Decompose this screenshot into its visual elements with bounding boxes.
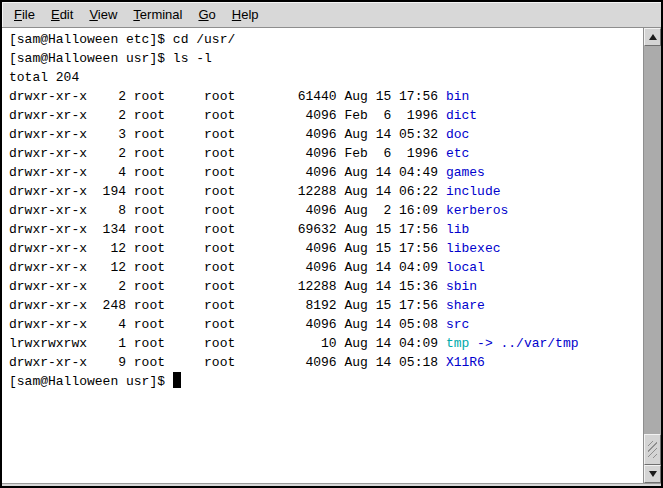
terminal-window: FileEditViewTerminalGoHelp [sam@Hallowee… — [0, 0, 663, 488]
menu-mnemonic: F — [14, 7, 22, 22]
menu-item-view[interactable]: View — [81, 4, 125, 25]
directory-name-text: lib — [446, 222, 469, 237]
terminal-text: drwxr-xr-x 2 root root 12288 Aug 14 15:3… — [9, 279, 446, 294]
directory-name-text: kerberos — [446, 203, 508, 218]
menu-item-go[interactable]: Go — [190, 4, 223, 25]
menu-item-file[interactable]: File — [6, 4, 43, 25]
terminal-line: drwxr-xr-x 12 root root 4096 Aug 14 04:0… — [9, 258, 643, 277]
terminal-text: [sam@Halloween etc]$ cd /usr/ — [9, 32, 235, 47]
terminal-text: drwxr-xr-x 2 root root 4096 Feb 6 1996 — [9, 146, 446, 161]
terminal-line: drwxr-xr-x 2 root root 4096 Feb 6 1996 d… — [9, 106, 643, 125]
terminal-line: drwxr-xr-x 3 root root 4096 Aug 14 05:32… — [9, 125, 643, 144]
terminal-line: drwxr-xr-x 134 root root 69632 Aug 15 17… — [9, 220, 643, 239]
terminal-line: drwxr-xr-x 194 root root 12288 Aug 14 06… — [9, 182, 643, 201]
directory-name-text: local — [446, 260, 485, 275]
window-bottom-edge — [2, 483, 661, 486]
directory-name-text: etc — [446, 146, 469, 161]
terminal-line: drwxr-xr-x 4 root root 4096 Aug 14 05:08… — [9, 315, 643, 334]
directory-name-text: games — [446, 165, 485, 180]
menu-item-edit[interactable]: Edit — [43, 4, 81, 25]
directory-name-text: libexec — [446, 241, 501, 256]
directory-name-text: include — [446, 184, 501, 199]
terminal-line: drwxr-xr-x 2 root root 12288 Aug 14 15:3… — [9, 277, 643, 296]
terminal-text: [sam@Halloween usr]$ — [9, 374, 173, 389]
directory-name-text: bin — [446, 89, 469, 104]
menu-mnemonic: E — [51, 7, 60, 22]
terminal-text: drwxr-xr-x 9 root root 4096 Aug 14 05:18 — [9, 355, 446, 370]
terminal-line: [sam@Halloween etc]$ cd /usr/ — [9, 30, 643, 49]
terminal-text: drwxr-xr-x 134 root root 69632 Aug 15 17… — [9, 222, 446, 237]
scrollbar[interactable] — [643, 28, 661, 483]
terminal-cursor — [173, 372, 181, 388]
menu-mnemonic: H — [232, 7, 241, 22]
menu-mnemonic: V — [89, 7, 97, 22]
terminal-text: drwxr-xr-x 12 root root 4096 Aug 14 04:0… — [9, 260, 446, 275]
thumb-grip-icon — [648, 441, 657, 458]
terminal-text: lrwxrwxrwx 1 root root 10 Aug 14 04:09 — [9, 336, 446, 351]
scroll-up-icon — [649, 34, 657, 40]
terminal-line: drwxr-xr-x 248 root root 8192 Aug 15 17:… — [9, 296, 643, 315]
menu-mnemonic: T — [133, 7, 140, 22]
directory-name-text: doc — [446, 127, 469, 142]
terminal-line: [sam@Halloween usr]$ — [9, 372, 643, 391]
terminal-line: drwxr-xr-x 4 root root 4096 Aug 14 04:49… — [9, 163, 643, 182]
terminal-text: drwxr-xr-x 4 root root 4096 Aug 14 05:08 — [9, 317, 446, 332]
terminal-line: lrwxrwxrwx 1 root root 10 Aug 14 04:09 t… — [9, 334, 643, 353]
scrollbar-thumb[interactable] — [644, 434, 661, 465]
directory-name-text: -> ../var/tmp — [469, 336, 578, 351]
terminal-output[interactable]: [sam@Halloween etc]$ cd /usr/[sam@Hallow… — [2, 28, 643, 483]
terminal-line: drwxr-xr-x 2 root root 61440 Aug 15 17:5… — [9, 87, 643, 106]
directory-name-text: src — [446, 317, 469, 332]
scroll-down-icon — [649, 471, 657, 477]
directory-name-text: dict — [446, 108, 477, 123]
terminal-text: drwxr-xr-x 2 root root 4096 Feb 6 1996 — [9, 108, 446, 123]
menu-mnemonic: G — [198, 7, 208, 22]
scroll-down-button[interactable] — [644, 465, 661, 483]
terminal-line: drwxr-xr-x 12 root root 4096 Aug 15 17:5… — [9, 239, 643, 258]
terminal-text: drwxr-xr-x 3 root root 4096 Aug 14 05:32 — [9, 127, 446, 142]
terminal-text: drwxr-xr-x 12 root root 4096 Aug 15 17:5… — [9, 241, 446, 256]
terminal-text: [sam@Halloween usr]$ ls -l — [9, 51, 212, 66]
terminal-text: drwxr-xr-x 2 root root 61440 Aug 15 17:5… — [9, 89, 446, 104]
menu-item-help[interactable]: Help — [224, 4, 267, 25]
terminal-line: total 204 — [9, 68, 643, 87]
scrollbar-track[interactable] — [644, 46, 661, 465]
terminal-text: total 204 — [9, 70, 79, 85]
terminal-text: drwxr-xr-x 194 root root 12288 Aug 14 06… — [9, 184, 446, 199]
scroll-up-button[interactable] — [644, 28, 661, 46]
terminal-text: drwxr-xr-x 8 root root 4096 Aug 2 16:09 — [9, 203, 446, 218]
terminal-text: drwxr-xr-x 248 root root 8192 Aug 15 17:… — [9, 298, 446, 313]
terminal-line: [sam@Halloween usr]$ ls -l — [9, 49, 643, 68]
terminal-line: drwxr-xr-x 8 root root 4096 Aug 2 16:09 … — [9, 201, 643, 220]
window-content: [sam@Halloween etc]$ cd /usr/[sam@Hallow… — [2, 28, 661, 483]
directory-name-text: X11R6 — [446, 355, 485, 370]
terminal-line: drwxr-xr-x 2 root root 4096 Feb 6 1996 e… — [9, 144, 643, 163]
terminal-line: drwxr-xr-x 9 root root 4096 Aug 14 05:18… — [9, 353, 643, 372]
menubar: FileEditViewTerminalGoHelp — [2, 2, 661, 28]
symlink-name-text: tmp — [446, 336, 469, 351]
directory-name-text: sbin — [446, 279, 477, 294]
directory-name-text: share — [446, 298, 485, 313]
terminal-text: drwxr-xr-x 4 root root 4096 Aug 14 04:49 — [9, 165, 446, 180]
menu-item-terminal[interactable]: Terminal — [125, 4, 190, 25]
